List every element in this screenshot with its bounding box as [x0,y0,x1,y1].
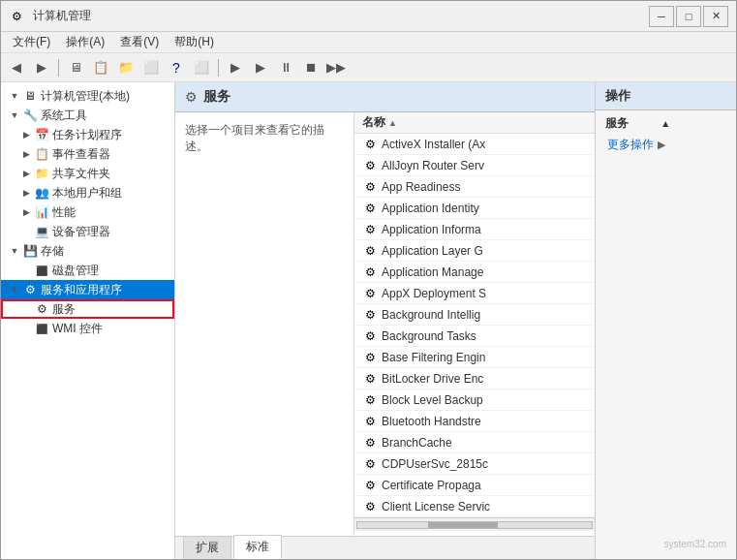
service-name-6: Application Manage [382,265,483,279]
service-row-6[interactable]: ⚙ Application Manage [354,262,595,283]
service-icon-14: ⚙ [362,435,378,451]
perf-icon: 📊 [34,204,49,220]
right-panel-header: 操作 [596,82,736,110]
disk-expand-icon [20,265,32,275]
forward-button[interactable]: ▶ [30,57,53,78]
users-expand-icon: ▶ [20,188,32,198]
service-row-17[interactable]: ⚙ Client License Servic [354,496,595,517]
center-header-text: 服务 [203,88,230,106]
center-footer: 扩展 标准 [175,536,595,559]
toolbar-btn-1[interactable]: 🖥 [64,57,87,78]
center-body: 选择一个项目来查看它的描述。 名称 ▲ ⚙ ActiveX Installe [175,112,595,536]
service-row-15[interactable]: ⚙ CDPUserSvc_2815c [354,453,595,475]
service-name-2: App Readiness [382,180,460,194]
tree-root[interactable]: ▼ 🖥 计算机管理(本地) [1,86,174,106]
wmi-icon: ⬛ [34,321,49,336]
tree-item-wmi[interactable]: ⬛ WMI 控件 [1,319,174,338]
tree-item-device-manager[interactable]: 💻 设备管理器 [1,222,174,241]
menu-view[interactable]: 查看(V) [112,32,167,52]
tree-item-services[interactable]: ⚙ 服务 [1,299,174,319]
performance-label: 性能 [52,204,76,221]
shared-folders-label: 共享文件夹 [52,166,110,182]
tree-item-system-tools[interactable]: ▼ 🔧 系统工具 [1,106,174,125]
tree-item-services-apps[interactable]: ▼ ⚙ 服务和应用程序 [1,280,174,299]
services-list-panel[interactable]: 名称 ▲ ⚙ ActiveX Installer (Ax ⚙ AllJoyn R… [354,112,595,536]
svc-apps-expand-icon: ▼ [9,285,20,295]
service-start-button[interactable]: ▶ [224,57,247,78]
service-stop-button[interactable]: ⏸ [274,57,297,78]
service-name-16: Certificate Propaga [382,479,481,492]
scrollbar-track[interactable] [356,521,593,529]
tree-item-storage[interactable]: ▼ 💾 存储 [1,241,174,261]
horizontal-scrollbar[interactable] [354,517,595,531]
service-row-9[interactable]: ⚙ Background Tasks [354,326,595,347]
service-icon-6: ⚙ [362,264,378,280]
service-name-7: AppX Deployment S [382,287,486,300]
tree-item-performance[interactable]: ▶ 📊 性能 [1,202,174,222]
services-label: 服务 [52,301,76,318]
scrollbar-thumb[interactable] [428,522,499,528]
root-expand-icon: ▼ [9,91,20,101]
service-pause-button[interactable]: ▶ [249,57,272,78]
back-button[interactable]: ◀ [5,57,28,78]
minimize-button[interactable]: ─ [649,6,674,27]
task-icon: 📅 [34,127,49,142]
service-row-5[interactable]: ⚙ Application Layer G [354,240,595,262]
device-manager-label: 设备管理器 [52,224,110,240]
event-viewer-label: 事件查看器 [52,146,110,163]
service-row-11[interactable]: ⚙ BitLocker Drive Enc [354,368,595,389]
maximize-button[interactable]: □ [676,6,701,27]
service-row-8[interactable]: ⚙ Background Intellig [354,304,595,326]
service-row-3[interactable]: ⚙ Application Identity [354,198,595,219]
svc-apps-icon: ⚙ [22,282,38,297]
menu-file[interactable]: 文件(F) [5,32,58,52]
tree-item-shared-folders[interactable]: ▶ 📁 共享文件夹 [1,164,174,183]
service-icon-9: ⚙ [362,328,378,344]
service-row-2[interactable]: ⚙ App Readiness [354,176,595,198]
service-icon-4: ⚙ [362,222,378,237]
service-row-7[interactable]: ⚙ AppX Deployment S [354,283,595,304]
service-name-12: Block Level Backup [382,393,483,407]
toolbar-btn-3[interactable]: 📁 [114,57,138,78]
service-row-13[interactable]: ⚙ Bluetooth Handstre [354,411,595,432]
service-row-14[interactable]: ⚙ BranchCache [354,432,595,453]
service-row-0[interactable]: ⚙ ActiveX Installer (Ax [354,134,595,155]
service-row-4[interactable]: ⚙ Application Informa [354,219,595,240]
title-bar: ⚙ 计算机管理 ─ □ ✕ [1,1,736,32]
toolbar-btn-2[interactable]: 📋 [89,57,112,78]
right-section-title: 服务 ▲ [596,110,736,135]
shared-expand-icon: ▶ [20,169,32,178]
menu-help[interactable]: 帮助(H) [167,32,222,52]
tab-expand[interactable]: 扩展 [183,536,231,559]
disk-icon: ⬛ [34,263,49,278]
service-name-0: ActiveX Installer (Ax [382,138,485,151]
col-name-header[interactable]: 名称 ▲ [362,114,587,131]
dev-expand-icon [20,227,32,236]
service-row-10[interactable]: ⚙ Base Filtering Engin [354,347,595,368]
toolbar-btn-6[interactable]: ⬜ [190,57,213,78]
service-row-16[interactable]: ⚙ Certificate Propaga [354,475,595,496]
more-actions-arrow-icon: ▶ [658,139,665,151]
tab-standard[interactable]: 标准 [233,535,282,559]
tree-item-event-viewer[interactable]: ▶ 📋 事件查看器 [1,144,174,164]
service-skip-button[interactable]: ▶▶ [324,57,348,78]
toolbar-btn-4[interactable]: ⬜ [139,57,163,78]
service-row-1[interactable]: ⚙ AllJoyn Router Serv [354,155,595,176]
service-name-8: Background Intellig [382,308,480,322]
close-button[interactable]: ✕ [703,6,728,27]
service-name-15: CDPUserSvc_2815c [382,457,488,471]
service-icon-3: ⚙ [362,201,378,216]
tree-item-local-users[interactable]: ▶ 👥 本地用户和组 [1,183,174,202]
tree-item-disk-mgmt[interactable]: ⬛ 磁盘管理 [1,261,174,280]
service-row-12[interactable]: ⚙ Block Level Backup [354,389,595,411]
system-tools-expand-icon: ▼ [9,110,20,120]
services-list-header[interactable]: 名称 ▲ [354,112,595,134]
main-window: ⚙ 计算机管理 ─ □ ✕ 文件(F) 操作(A) 查看(V) 帮助(H) ◀ … [0,0,737,560]
right-action-more[interactable]: 更多操作 ▶ [596,135,736,155]
menu-action[interactable]: 操作(A) [58,32,112,52]
local-users-label: 本地用户和组 [52,185,122,202]
toolbar-sep-2 [218,59,219,77]
tree-item-task-scheduler[interactable]: ▶ 📅 任务计划程序 [1,125,174,144]
service-restart-button[interactable]: ⏹ [299,57,322,78]
toolbar-btn-5[interactable]: ? [165,57,188,78]
